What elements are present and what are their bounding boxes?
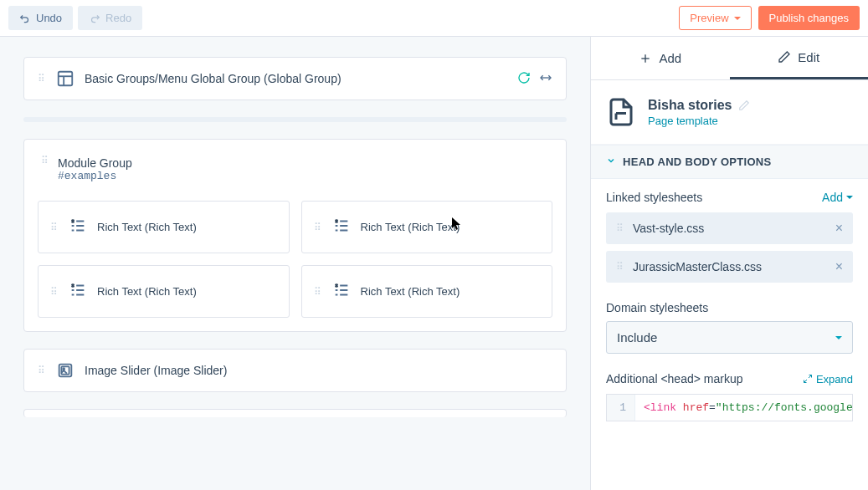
sidebar: Add Edit Bisha stories Page template — [590, 37, 868, 490]
drag-handle-icon[interactable]: ⠿ — [38, 366, 46, 375]
undo-button[interactable]: Undo — [8, 6, 73, 30]
rich-text-module[interactable]: ⠿ Rich Text (Rich Text) — [38, 265, 290, 318]
rich-text-icon — [69, 281, 87, 302]
undo-icon — [19, 13, 31, 24]
drag-handle-icon[interactable]: ⠿ — [314, 223, 322, 232]
module-title: Basic Groups/Menu Global Group (Global G… — [85, 72, 507, 85]
expand-link[interactable]: Expand — [803, 373, 853, 385]
field-label: Linked stylesheets — [606, 191, 702, 204]
link-label: Expand — [816, 373, 853, 385]
field-label: Domain stylesheets — [606, 301, 853, 314]
svg-rect-4 — [61, 366, 69, 374]
remove-icon[interactable]: × — [835, 221, 843, 236]
chevron-down-icon — [606, 156, 616, 168]
sync-icon[interactable] — [517, 71, 531, 87]
drag-handle-icon[interactable]: ⠿ — [41, 156, 49, 165]
topbar-right: Preview Publish changes — [679, 6, 860, 30]
undo-label: Undo — [36, 12, 62, 24]
accordion-head-body-options[interactable]: HEAD AND BODY OPTIONS — [591, 145, 868, 179]
template-type[interactable]: Page template — [648, 115, 750, 127]
tab-edit[interactable]: Edit — [730, 37, 869, 79]
stylesheet-name: JurassicMasterClass.css — [633, 260, 827, 273]
drag-handle-icon[interactable]: ⠿ — [38, 74, 46, 83]
drag-handle-icon[interactable]: ⠿ — [616, 224, 624, 232]
code-eq: = — [709, 401, 716, 414]
tab-label: Edit — [798, 50, 819, 64]
topbar-left: Undo Redo — [8, 6, 142, 30]
group-header: ⠿ Module Group #examples — [38, 153, 552, 186]
drag-handle-icon[interactable]: ⠿ — [616, 263, 624, 271]
module-actions — [517, 71, 552, 87]
preview-label: Preview — [690, 12, 728, 24]
module-label: Rich Text (Rich Text) — [97, 285, 197, 298]
pencil-icon — [778, 50, 791, 64]
template-name: Bisha stories — [648, 98, 732, 113]
rich-text-icon — [69, 217, 87, 237]
rich-text-module[interactable]: ⠿ Rich Text (Rich Text) — [301, 265, 553, 318]
module-group[interactable]: ⠿ Module Group #examples ⠿ Rich Text (Ri… — [23, 139, 567, 332]
chevron-down-icon — [835, 336, 842, 339]
sidebar-tabs: Add Edit — [591, 37, 868, 80]
image-slider-module[interactable]: ⠿ Image Slider (Image Slider) — [23, 349, 567, 392]
redo-label: Redo — [105, 12, 131, 24]
swap-icon[interactable] — [539, 71, 552, 87]
linked-stylesheets-section: Linked stylesheets Add ⠿ Vast-style.css … — [591, 179, 868, 433]
stylesheet-name: Vast-style.css — [633, 222, 827, 235]
plus-icon — [639, 52, 652, 65]
module-row: ⠿ Basic Groups/Menu Global Group (Global… — [24, 58, 566, 100]
field-label: Additional <head> markup — [606, 372, 742, 385]
head-markup-editor[interactable]: 1 <link href="https://fonts.googleapi — [606, 394, 853, 421]
cursor-icon — [452, 217, 462, 233]
group-id: #examples — [58, 170, 132, 182]
rich-text-icon — [332, 217, 351, 237]
add-stylesheet-link[interactable]: Add — [822, 191, 853, 204]
chevron-down-icon — [734, 17, 741, 20]
rich-text-module[interactable]: ⠿ Rich Text (Rich Text) — [38, 201, 290, 253]
topbar: Undo Redo Preview Publish changes — [0, 0, 868, 37]
publish-label: Publish changes — [769, 12, 849, 24]
stylesheet-item[interactable]: ⠿ JurassicMasterClass.css × — [606, 251, 853, 283]
group-title: Module Group — [58, 156, 132, 170]
code-content[interactable]: <link href="https://fonts.googleapi — [635, 395, 852, 421]
image-slider-icon — [56, 361, 74, 380]
rich-text-module[interactable]: ⠿ Rich Text (Rich Text) — [301, 201, 553, 253]
module-placeholder — [23, 409, 567, 417]
link-label: Add — [822, 191, 843, 204]
rich-text-icon — [332, 281, 351, 302]
tab-label: Add — [659, 51, 681, 65]
stylesheet-item[interactable]: ⠿ Vast-style.css × — [606, 212, 853, 244]
drag-handle-icon[interactable]: ⠿ — [314, 288, 322, 296]
module-label: Rich Text (Rich Text) — [361, 221, 460, 233]
remove-icon[interactable]: × — [835, 259, 843, 274]
preview-button[interactable]: Preview — [679, 6, 751, 30]
redo-icon — [89, 13, 100, 24]
redo-button[interactable]: Redo — [78, 6, 142, 30]
code-tag: <link — [644, 401, 676, 414]
drag-handle-icon[interactable]: ⠿ — [50, 288, 59, 296]
svg-rect-0 — [59, 72, 73, 86]
main: ⠿ Basic Groups/Menu Global Group (Global… — [0, 37, 868, 490]
module-title: Image Slider (Image Slider) — [85, 364, 552, 377]
module-row: ⠿ Image Slider (Image Slider) — [24, 350, 566, 391]
publish-button[interactable]: Publish changes — [758, 6, 860, 30]
code-attr: href — [683, 401, 709, 414]
template-header: Bisha stories Page template — [591, 80, 868, 145]
line-number: 1 — [619, 401, 626, 414]
tab-add[interactable]: Add — [591, 37, 730, 79]
module-label: Rich Text (Rich Text) — [361, 285, 460, 298]
domain-stylesheets-select[interactable]: Include — [606, 321, 853, 354]
select-value: Include — [617, 330, 657, 345]
edit-name-icon[interactable] — [738, 100, 750, 111]
template-icon — [606, 97, 636, 127]
scroll-indicator — [23, 117, 567, 122]
module-label: Rich Text (Rich Text) — [97, 221, 197, 233]
global-group-module[interactable]: ⠿ Basic Groups/Menu Global Group (Global… — [23, 57, 567, 100]
expand-icon — [803, 374, 813, 384]
chevron-down-icon — [846, 196, 853, 199]
accordion-title: HEAD AND BODY OPTIONS — [623, 156, 771, 168]
layout-icon — [56, 69, 74, 88]
code-string: "https://fonts.googleapi — [716, 401, 852, 414]
canvas: ⠿ Basic Groups/Menu Global Group (Global… — [0, 37, 590, 490]
drag-handle-icon[interactable]: ⠿ — [50, 223, 59, 232]
gutter: 1 — [607, 395, 635, 421]
